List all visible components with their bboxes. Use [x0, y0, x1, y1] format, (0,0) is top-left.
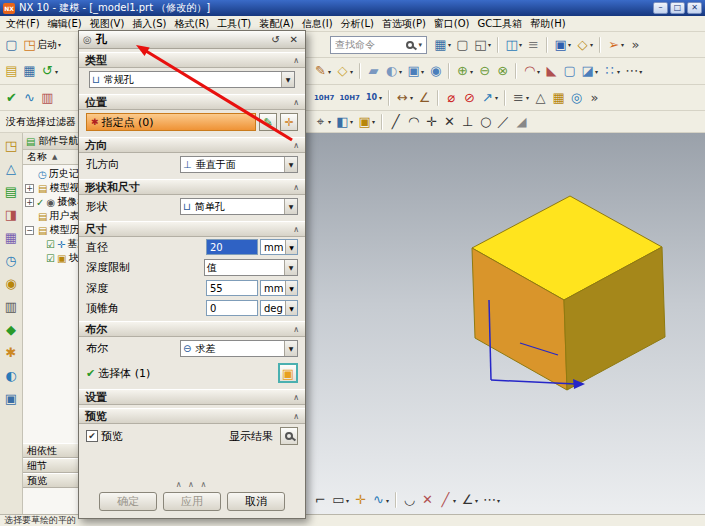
diameter-dim-icon[interactable]: ⌀	[443, 89, 460, 107]
dropdown-caret-icon[interactable]: ▼	[284, 260, 297, 275]
assembly-navigator-tab-icon[interactable]: ◳	[5, 138, 17, 153]
cancel-button[interactable]: 取消	[227, 492, 285, 511]
maximize-button[interactable]: □	[670, 2, 685, 14]
roles-tab-icon[interactable]: ◐	[5, 368, 16, 383]
section-settings[interactable]: 设置 ∧	[79, 389, 305, 405]
render-style-icon[interactable]: ◧ ▾	[334, 113, 355, 131]
line-snap-icon[interactable]: ╱	[387, 113, 404, 131]
overflow-icon[interactable]: »	[627, 36, 644, 54]
apply-button[interactable]: 应用	[163, 492, 221, 511]
datum-plane-icon[interactable]: ◇ ▾	[334, 62, 355, 80]
arc-snap-icon[interactable]: ◠	[405, 113, 422, 131]
measure-distance-icon[interactable]: ↔ ▾	[394, 89, 415, 107]
view-palette-tab-icon[interactable]: ▦	[5, 230, 17, 245]
history-tab-icon[interactable]: ◷	[5, 253, 16, 268]
shape-dropdown[interactable]: ⊔ 简单孔 ▼	[180, 198, 298, 215]
more-tools-icon[interactable]: ⋯ ▾	[481, 491, 502, 509]
circle-snap-icon[interactable]: ○	[477, 113, 494, 131]
menu-item[interactable]: GC工具箱	[474, 16, 527, 32]
undo-icon[interactable]: ↺ ▾	[39, 62, 60, 80]
trim-body-icon[interactable]: ◪ ▾	[579, 62, 600, 80]
fit-tolerance-icon[interactable]: 10H7	[312, 89, 336, 107]
depth-limit-dropdown[interactable]: 值 ▼	[204, 259, 298, 276]
fillet-tool-icon[interactable]: ◡	[401, 491, 418, 509]
section-position[interactable]: 位置 ∧	[79, 94, 305, 110]
menu-item[interactable]: 分析(L)	[337, 16, 378, 32]
spline-tool-icon[interactable]: ∿ ▾	[370, 491, 391, 509]
perpendicular-snap-icon[interactable]: ⊥	[459, 113, 476, 131]
hole-icon[interactable]: ◉	[427, 62, 444, 80]
layer-settings-icon[interactable]: ≡	[525, 36, 542, 54]
triangle-icon[interactable]: △	[532, 89, 549, 107]
reuse-library-tab-icon[interactable]: ◨	[5, 207, 17, 222]
process-studio-tab-icon[interactable]: ◉	[5, 276, 16, 291]
dropdown-caret-icon[interactable]: ▼	[284, 199, 297, 214]
unit-caret-icon[interactable]: ▼	[285, 281, 297, 295]
close-button[interactable]: ✕	[687, 2, 702, 14]
manage-tab-icon[interactable]: ▥	[5, 299, 17, 314]
search-input[interactable]: 查找命令	[335, 38, 402, 52]
dialog-close-button[interactable]: ✕	[287, 34, 301, 45]
tree-expander[interactable]	[25, 212, 34, 221]
show-result-button[interactable]	[280, 427, 298, 445]
menu-item[interactable]: 文件(F)	[2, 16, 44, 32]
dialog-header[interactable]: ◎ 孔 ↺ ✕	[79, 31, 305, 49]
extrude-icon[interactable]: ▰	[365, 62, 382, 80]
sketch-curve-icon[interactable]: ∿	[21, 89, 38, 107]
depth-unit-dropdown[interactable]: mm ▼	[260, 280, 298, 296]
point-snap-icon[interactable]: ✛	[423, 113, 440, 131]
cross-snap-icon[interactable]: ✕	[441, 113, 458, 131]
measure-angle-icon[interactable]: ∠	[416, 89, 433, 107]
section-preview[interactable]: 预览 ∧	[79, 408, 305, 424]
more-button[interactable]: ⋯ ▾	[623, 62, 644, 80]
command-finder[interactable]: 查找命令 ▾	[330, 36, 427, 54]
tree-expander[interactable]: −	[25, 226, 34, 235]
snap-list-icon[interactable]: ≡ ▾	[510, 89, 531, 107]
datum-axis-icon[interactable]: ↗ ▾	[479, 89, 500, 107]
rings-icon[interactable]: ◎	[568, 89, 585, 107]
grid-icon[interactable]: ▦	[550, 89, 567, 107]
overflow-icon[interactable]: »	[586, 89, 603, 107]
tree-checkbox[interactable]: ☑	[46, 253, 55, 264]
tree-checkbox[interactable]: ✓	[36, 197, 44, 208]
maximize-view-icon[interactable]: ◱ ▾	[472, 36, 493, 54]
revolve-icon[interactable]: ◐ ▾	[383, 62, 404, 80]
window-icon[interactable]: ▢	[454, 36, 471, 54]
diameter-unit-dropdown[interactable]: mm ▼	[260, 239, 298, 255]
dropdown-caret-icon[interactable]: ▼	[281, 72, 294, 87]
open-file-icon[interactable]: ▤	[3, 62, 20, 80]
orient-view-icon[interactable]: ◇ ▾	[574, 36, 595, 54]
materials-tab-icon[interactable]: ◆	[6, 322, 16, 337]
section-shape-size[interactable]: 形状和尺寸 ∧	[79, 179, 305, 195]
snap-point-icon[interactable]: ⌖ ▾	[312, 113, 333, 131]
tip-angle-input[interactable]: 0	[206, 300, 258, 316]
section-dimensions[interactable]: 尺寸 ∧	[79, 221, 305, 237]
part-navigator-tab-icon[interactable]: ▤	[5, 184, 17, 199]
view-cube-icon[interactable]: ▣ ▾	[356, 113, 377, 131]
menu-item[interactable]: 帮助(H)	[526, 16, 569, 32]
angle-tool-icon[interactable]: ∠ ▾	[459, 491, 480, 509]
tree-checkbox[interactable]: ☑	[46, 239, 55, 250]
select-body-label[interactable]: 选择体 (1)	[98, 366, 278, 381]
hole-direction-dropdown[interactable]: ⊥ 垂直于面 ▼	[180, 156, 298, 173]
section-boolean[interactable]: 布尔 ∧	[79, 321, 305, 337]
intersect-icon[interactable]: ⊗	[494, 62, 511, 80]
slash-snap-icon[interactable]: ／	[495, 113, 512, 131]
finish-sketch-icon[interactable]: ✔	[3, 89, 20, 107]
select-body-button[interactable]: ▣	[278, 363, 298, 383]
shell-icon[interactable]: ▢	[561, 62, 578, 80]
ok-button[interactable]: 确定	[99, 492, 157, 511]
unite-icon[interactable]: ⊕ ▾	[454, 62, 475, 80]
tree-expander[interactable]	[35, 240, 44, 249]
constraint-navigator-tab-icon[interactable]: △	[6, 161, 16, 176]
block-icon[interactable]: ▣ ▾	[405, 62, 426, 80]
profile-tool-icon[interactable]: ⌐	[312, 491, 329, 509]
new-file-icon[interactable]: ▢	[3, 36, 20, 54]
dialog-reset-button[interactable]: ↺	[268, 34, 282, 45]
depth-input[interactable]: 55	[206, 280, 258, 296]
sketch-section-button[interactable]: ✎	[259, 113, 277, 131]
section-type[interactable]: 类型 ∧	[79, 52, 305, 68]
section-direction[interactable]: 方向 ∧	[79, 137, 305, 153]
boolean-dropdown[interactable]: ⊖ 求差 ▼	[180, 340, 298, 357]
menu-item[interactable]: 窗口(O)	[430, 16, 474, 32]
